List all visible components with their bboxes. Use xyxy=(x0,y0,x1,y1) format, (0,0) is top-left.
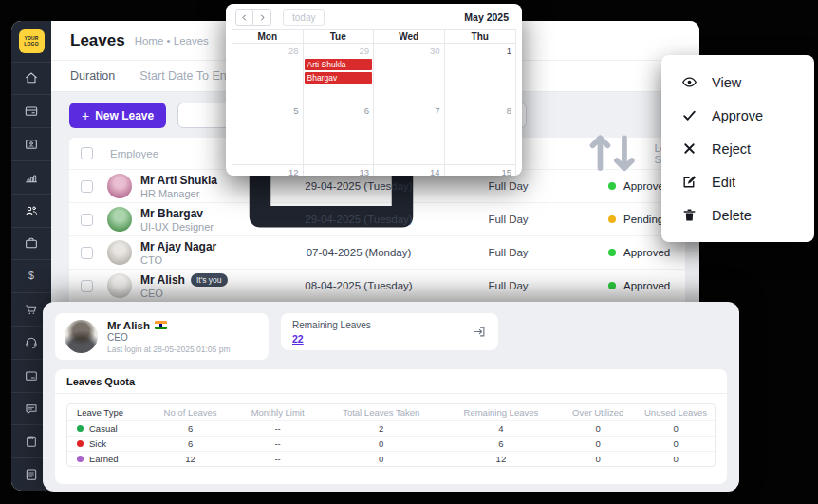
leave-type-label: Casual xyxy=(89,423,118,434)
calendar-cell[interactable]: 5 xyxy=(232,103,304,165)
employee-name: Mr Alish It's you xyxy=(140,273,228,287)
row-checkbox[interactable] xyxy=(81,280,93,292)
avatar xyxy=(107,240,132,265)
quota-title: Leaves Quota xyxy=(55,369,727,394)
leave-type-dot xyxy=(77,425,84,432)
app-logo[interactable]: YOUR LOGO xyxy=(19,29,45,53)
menu-item-reject[interactable]: Reject xyxy=(661,132,814,165)
sort-icon[interactable] xyxy=(576,117,648,189)
quota-cell: 0 xyxy=(559,454,637,464)
employee-header-label: Employee xyxy=(110,148,158,159)
calendar-cell[interactable]: 13 xyxy=(304,165,375,176)
employee-name-text: Mr Alish xyxy=(140,273,185,287)
calendar-cell[interactable]: 6 xyxy=(304,103,375,165)
its-you-badge: It's you xyxy=(191,273,228,287)
duration-filter-label: Duration xyxy=(70,69,115,83)
quota-header-row: Leave Type No of Leaves Monthly Limit To… xyxy=(67,404,715,420)
status-dot xyxy=(608,215,616,223)
calendar-today-button[interactable]: today xyxy=(283,9,325,26)
sidebar-item-payments[interactable]: $ xyxy=(11,259,51,292)
menu-item-label: Approve xyxy=(712,108,763,123)
leave-duration-cell: Full Day xyxy=(454,180,563,192)
clipboard-icon xyxy=(24,434,39,449)
menu-item-approve[interactable]: Approve xyxy=(661,99,814,132)
calendar-cell[interactable]: 1 xyxy=(445,44,516,103)
new-leave-button[interactable]: + New Leave xyxy=(69,103,166,128)
menu-item-label: Edit xyxy=(712,175,735,190)
calendar-cell[interactable]: 28 xyxy=(232,44,304,103)
sidebar-item-reports[interactable] xyxy=(11,160,51,194)
row-checkbox[interactable] xyxy=(81,247,93,259)
leave-type-cell: Earned xyxy=(67,454,145,464)
calendar-month-label: May 2025 xyxy=(464,11,509,23)
sidebar-item-briefcase[interactable] xyxy=(11,227,51,260)
leave-status-cell: Approved xyxy=(563,247,685,258)
sidebar-item-id-card[interactable] xyxy=(11,127,51,160)
quota-cell: -- xyxy=(235,454,320,464)
calendar-cell[interactable]: 7 xyxy=(374,103,445,165)
calendar-prev-button[interactable] xyxy=(235,9,253,26)
sidebar-item-home[interactable] xyxy=(11,62,51,95)
menu-item-label: View xyxy=(712,75,741,90)
calendar-day-header: Tue xyxy=(304,30,375,44)
quota-cell: 0 xyxy=(559,423,637,434)
checkbox-cell xyxy=(69,280,107,292)
calendar-event[interactable]: Arti Shukla xyxy=(305,59,373,70)
remaining-leaves-card: Remaining Leaves 22 xyxy=(281,313,498,350)
quota-cell: 0 xyxy=(559,439,637,449)
calendar-date: 30 xyxy=(430,46,440,56)
select-all-checkbox[interactable] xyxy=(81,147,93,159)
calendar-event[interactable]: Bhargav xyxy=(305,72,373,84)
calendar-cell[interactable]: 30 xyxy=(374,44,445,103)
row-checkbox[interactable] xyxy=(81,180,93,193)
menu-item-label: Reject xyxy=(712,141,751,157)
eye-icon xyxy=(681,74,697,90)
calendar-cell[interactable]: 12 xyxy=(232,165,304,176)
dollar-icon: $ xyxy=(24,269,39,284)
file-text-icon xyxy=(24,467,39,482)
checkbox-cell xyxy=(69,180,107,193)
remaining-leaves-value[interactable]: 22 xyxy=(292,333,371,345)
status-dot xyxy=(608,282,616,289)
edit-icon xyxy=(681,174,697,190)
row-checkbox[interactable] xyxy=(81,214,93,226)
employee-role: CEO xyxy=(140,288,228,299)
quota-cell: 2 xyxy=(320,423,443,434)
calendar-cell[interactable]: 8 xyxy=(445,103,516,165)
sidebar-item-employees[interactable] xyxy=(11,194,51,227)
calendar-cell[interactable]: 15 xyxy=(445,165,516,176)
table-row[interactable]: Mr Alish It's you CEO 08-04-2025 (Tuesda… xyxy=(69,269,685,302)
leave-status-cell: Approved xyxy=(563,280,685,291)
briefcase-icon xyxy=(24,235,39,251)
calendar-date: 1 xyxy=(507,46,511,56)
quota-cell: 6 xyxy=(145,439,235,449)
checkbox-cell xyxy=(69,214,107,226)
menu-item-delete[interactable]: Delete xyxy=(661,198,814,232)
profile-card: Mr Alish CEO Last login at 28-05-2025 01… xyxy=(55,313,269,360)
quota-cell: 12 xyxy=(443,454,560,464)
bar-chart-icon xyxy=(24,170,39,185)
calendar-events: Arti Shukla Bhargav xyxy=(305,59,373,85)
menu-item-view[interactable]: View xyxy=(661,65,814,99)
logo-cell: YOUR LOGO xyxy=(11,21,51,62)
headset-icon xyxy=(24,335,39,350)
calendar-date: 28 xyxy=(288,46,299,56)
sidebar-item-payroll[interactable] xyxy=(11,94,51,127)
quota-cell: 0 xyxy=(637,439,715,449)
employee-cell: Mr Arti Shukla HR Manager xyxy=(107,174,264,199)
calendar-cell[interactable]: 14 xyxy=(374,165,445,176)
employee-role: HR Manager xyxy=(140,188,217,199)
quota-col-header: Over Utilized xyxy=(559,407,637,418)
calendar-date: 5 xyxy=(293,105,298,116)
calendar-date: 14 xyxy=(430,167,440,176)
leave-date-cell: 29-04-2025 (Tuesday) xyxy=(264,214,454,225)
calendar-cell[interactable]: 29 Arti Shukla Bhargav xyxy=(304,44,375,103)
cart-icon xyxy=(24,302,39,317)
check-icon xyxy=(681,107,697,123)
menu-item-edit[interactable]: Edit xyxy=(661,165,814,198)
calendar-next-button[interactable] xyxy=(253,9,271,26)
quota-cell: 0 xyxy=(320,439,443,449)
open-leaves-icon[interactable] xyxy=(473,325,487,339)
leave-date-cell: 29-04-2025 (Tuesday) xyxy=(264,180,454,192)
checkbox-cell xyxy=(69,247,107,259)
